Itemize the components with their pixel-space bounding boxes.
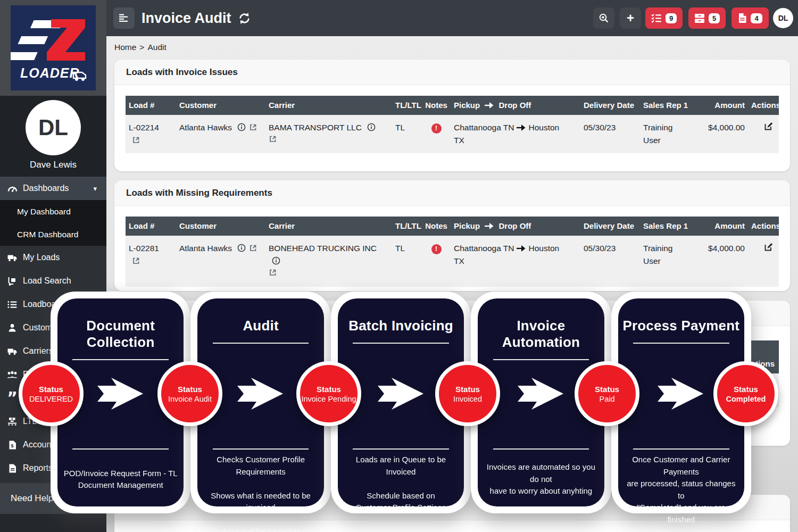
- workflow-step-description: POD/Invoice Request Form - TL Document M…: [62, 454, 178, 505]
- pickup-dropoff-cell: Chattanooga TNHouston TX: [451, 236, 580, 274]
- invoice-issues-table: Load # Customer Carrier TL/LTL Notes Pic…: [126, 96, 779, 153]
- col-actions: Actions: [748, 217, 779, 236]
- section-title: Loads with Invoice Issues: [114, 60, 790, 85]
- col-carrier: Carrier: [265, 217, 392, 236]
- workflow-step-description: Checks Customer Profile Requirements Sho…: [203, 454, 319, 532]
- actions-cell: [748, 236, 779, 262]
- status-value: Invoice Pending: [301, 395, 356, 403]
- status-badge-invoice-audit: Status Invoice Audit: [157, 361, 222, 426]
- truck-icon: [7, 253, 18, 262]
- status-badge-delivered: Status DELIVERED: [19, 361, 84, 426]
- status-badge-paid: Status Paid: [575, 361, 639, 426]
- arrow-right-icon: [485, 223, 494, 229]
- logo-loader-text: LOADER: [20, 65, 80, 80]
- big-arrow-icon: [655, 377, 706, 411]
- sidebar-item-label: Dashboards: [23, 184, 69, 193]
- sidebar-item-dashboards[interactable]: Dashboards ▾: [0, 177, 106, 200]
- external-link-icon[interactable]: [249, 123, 257, 131]
- sidebar-footer: [0, 514, 106, 532]
- alert-icon[interactable]: !: [431, 244, 442, 254]
- status-label: Status: [39, 385, 63, 394]
- col-delivery-date: Delivery Date: [580, 96, 640, 115]
- count-badge: 4: [751, 13, 762, 23]
- info-icon[interactable]: [272, 256, 280, 265]
- status-label: Status: [455, 385, 480, 394]
- info-icon[interactable]: [237, 244, 246, 252]
- workflow-overlay: Document Collection POD/Invoice Request …: [51, 292, 751, 513]
- breadcrumb-current[interactable]: Audit: [147, 43, 166, 52]
- zoom-search-button[interactable]: [593, 7, 614, 29]
- sidebar-item-crm-dashboard[interactable]: CRM Dashboard: [0, 223, 106, 246]
- edit-icon[interactable]: [763, 121, 774, 131]
- external-link-icon[interactable]: [249, 244, 257, 252]
- amount-cell: $4,000.00: [699, 115, 748, 140]
- col-sales-rep: Sales Rep 1: [640, 217, 699, 236]
- user-profile: DL Dave Lewis: [0, 96, 106, 177]
- user-avatar-button[interactable]: DL: [773, 8, 793, 28]
- document-icon: [7, 463, 18, 473]
- truck-icon: [7, 346, 18, 356]
- workflow-step-title: Invoice Automation: [478, 298, 604, 351]
- external-link-icon[interactable]: [269, 268, 277, 277]
- invoice-issues-card: Loads with Invoice Issues Load # Custome…: [114, 60, 790, 171]
- rep-cell: Training User: [640, 115, 699, 153]
- status-value: Paid: [599, 395, 614, 403]
- app-screen: Home > Audit Loads with Invoice Issues L…: [0, 0, 798, 532]
- delivery-cell: 05/30/23: [580, 115, 640, 140]
- col-pickup-dropoff: Pickup Drop Off: [451, 217, 580, 236]
- plus-icon: +: [627, 13, 634, 23]
- external-link-icon[interactable]: [132, 136, 140, 144]
- status-label: Status: [317, 385, 341, 394]
- section-title: Loads with Missing Requirements: [114, 180, 790, 206]
- gauge-icon: [7, 184, 18, 193]
- status-badge-invoiced: Status Invoiced: [435, 361, 500, 426]
- ez-loader-logo[interactable]: LOADER: [11, 5, 96, 90]
- archive-button[interactable]: 5: [688, 7, 726, 29]
- workflow-step-title: Process Payment: [618, 298, 744, 334]
- col-delivery-date: Delivery Date: [580, 217, 640, 236]
- pallet-icon: [7, 417, 18, 426]
- external-link-icon[interactable]: [132, 256, 140, 265]
- workflow-step-description: Once Customer and Carrier Payments are p…: [623, 454, 739, 526]
- col-carrier: Carrier: [265, 96, 392, 115]
- sidebar-item-load-search[interactable]: Load Search: [0, 269, 106, 293]
- sidebar-item-label: My Loads: [23, 253, 60, 262]
- hand-truck-icon: [7, 276, 18, 286]
- sidebar-subnav: My Dashboard CRM Dashboard: [0, 200, 106, 246]
- external-link-icon[interactable]: [269, 135, 277, 143]
- sidebar-item-my-loads[interactable]: My Loads: [0, 246, 106, 269]
- menu-toggle-button[interactable]: [113, 7, 135, 29]
- info-icon[interactable]: [367, 123, 376, 131]
- people-icon: [7, 370, 18, 379]
- workflow-step-title: Document Collection: [57, 298, 184, 351]
- refresh-icon[interactable]: [238, 12, 251, 25]
- documents-button[interactable]: 4: [732, 7, 769, 29]
- big-arrow-icon: [95, 377, 146, 411]
- col-tlltl: TL/LTL: [392, 217, 422, 236]
- add-button[interactable]: +: [620, 7, 641, 29]
- tlltl-cell: TL: [392, 115, 422, 140]
- arrow-right-icon: [517, 124, 526, 131]
- task-list-button[interactable]: 9: [645, 7, 683, 29]
- col-amount: Amount: [699, 217, 748, 236]
- archive-icon: [694, 13, 705, 23]
- col-actions: Actions: [748, 96, 779, 115]
- sidebar-item-label: Load Search: [23, 276, 71, 286]
- alert-icon[interactable]: !: [431, 123, 442, 134]
- status-value: Completed: [726, 395, 766, 403]
- user-avatar[interactable]: DL: [26, 100, 81, 155]
- breadcrumb-home[interactable]: Home: [114, 43, 136, 52]
- quote-icon: ”: [7, 393, 18, 403]
- breadcrumb: Home > Audit: [114, 43, 167, 52]
- customer-cell: Atlanta Hawks: [176, 115, 265, 140]
- col-load: Load #: [126, 96, 176, 115]
- info-icon[interactable]: [237, 123, 246, 131]
- col-pickup-dropoff: Pickup Drop Off: [451, 96, 580, 115]
- table-header-row: Load # Customer Carrier TL/LTL Notes Pic…: [126, 96, 779, 115]
- edit-icon[interactable]: [763, 242, 774, 252]
- sidebar-item-my-dashboard[interactable]: My Dashboard: [0, 200, 106, 223]
- big-arrow-icon: [376, 377, 427, 411]
- file-icon: [738, 13, 747, 23]
- status-badge-completed: Status Completed: [713, 361, 778, 426]
- workflow-step-description: Loads are in Queue to be Invoiced Schedu…: [343, 454, 459, 514]
